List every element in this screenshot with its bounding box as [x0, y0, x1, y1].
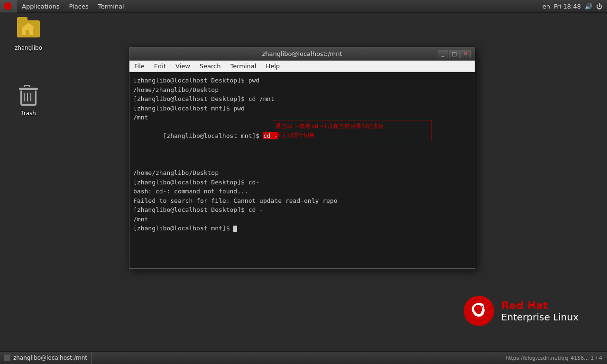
- power-icon[interactable]: ⏻: [596, 3, 602, 10]
- term-line-7: /home/zhanglibo/Desktop: [133, 168, 471, 178]
- terminal-menu-edit[interactable]: Edit: [149, 61, 171, 72]
- terminal-menu-help[interactable]: Help: [261, 61, 285, 72]
- term-line-10: Failed to search for file: Cannot update…: [133, 196, 471, 206]
- terminal-menu-file[interactable]: File: [129, 61, 149, 72]
- term-line-6: [zhanglibo@localhost mnt]$ cd - 通过cd ~-或…: [133, 122, 471, 169]
- bottombar-right: https://blog.csdn.net/qq_4156... 1 / 4: [506, 355, 607, 361]
- trash-handle: [24, 85, 30, 87]
- trash-icon: [17, 85, 40, 108]
- trash-lid: [19, 88, 38, 90]
- term-line-4: [zhanglibo@localhost mnt]$ pwd: [133, 104, 471, 113]
- term-line-11: [zhanglibo@localhost Desktop]$ cd -: [133, 205, 471, 215]
- redhat-red-text: Red Hat: [501, 300, 548, 311]
- taskbar-right: en Fri 18:48 🔊 ⏻: [543, 3, 607, 10]
- volume-icon[interactable]: 🔊: [585, 3, 592, 10]
- clock: Fri 18:48: [554, 3, 581, 10]
- folder-body: [17, 20, 40, 37]
- terminal-controls: _ □ ✕: [438, 50, 471, 58]
- terminal-window: zhanglibo@localhost:/mnt _ □ ✕ File Edit…: [129, 47, 475, 269]
- redhat-logo: [462, 294, 496, 328]
- redhat-branding: Red Hat Enterprise Linux: [462, 294, 579, 328]
- terminal-menu-view[interactable]: View: [171, 61, 195, 72]
- terminal-minimize-button[interactable]: _: [438, 50, 448, 58]
- term-line-3: [zhanglibo@localhost Desktop]$ cd /mnt: [133, 94, 471, 104]
- taskbar-places[interactable]: Places: [64, 0, 93, 13]
- bottombar-left: zhanglibo@localhost:/mnt: [0, 352, 92, 364]
- terminal-cursor: [233, 226, 237, 232]
- term-line-12: /mnt: [133, 215, 471, 224]
- desktop: zhanglibo Trash zhanglibo@localh: [0, 13, 607, 351]
- bottombar: zhanglibo@localhost:/mnt https://blog.cs…: [0, 351, 607, 364]
- terminal-menubar: File Edit View Search Terminal Help: [129, 61, 475, 72]
- terminal-titlebar: zhanglibo@localhost:/mnt _ □ ✕: [129, 47, 475, 61]
- desktop-icon-trash[interactable]: Trash: [7, 83, 50, 119]
- terminal-taskbar-icon: [4, 355, 10, 361]
- svg-point-1: [477, 307, 481, 312]
- locale-indicator: en: [543, 3, 550, 10]
- taskbar: Applications Places Terminal en Fri 18:4…: [0, 0, 607, 13]
- bottombar-url: https://blog.csdn.net/qq_4156... 1 / 4: [506, 355, 602, 361]
- terminal-body[interactable]: [zhanglibo@localhost Desktop]$ pwd /home…: [129, 72, 475, 268]
- redhat-sub-text: Enterprise Linux: [501, 311, 579, 323]
- taskbar-redhat[interactable]: [0, 0, 17, 13]
- folder-icon: [17, 19, 40, 42]
- redhat-text: Red Hat Enterprise Linux: [501, 300, 579, 323]
- bottombar-task-label: zhanglibo@localhost:/mnt: [13, 355, 87, 361]
- terminal-close-button[interactable]: ✕: [460, 50, 471, 58]
- term-line-2: /home/zhanglibo/Desktop: [133, 85, 471, 95]
- bottombar-task[interactable]: zhanglibo@localhost:/mnt: [0, 352, 92, 364]
- term-line-8: [zhanglibo@localhost Desktop]$ cd-: [133, 178, 471, 187]
- term-line-1: [zhanglibo@localhost Desktop]$ pwd: [133, 76, 471, 85]
- taskbar-left: Applications Places Terminal: [0, 0, 129, 13]
- trash-body: [20, 91, 37, 106]
- terminal-menu-terminal[interactable]: Terminal: [225, 61, 261, 72]
- annotation-text: 通过cd ~-或者 cd -可以在当前目录和过去目录之间进行切换: [275, 123, 384, 139]
- term-line-9: bash: cd-: command not found...: [133, 187, 471, 196]
- trash-icon-label: Trash: [19, 109, 37, 117]
- desktop-icon-home[interactable]: zhanglibo: [7, 18, 50, 54]
- terminal-maximize-button[interactable]: □: [449, 50, 460, 58]
- term-line-13: [zhanglibo@localhost mnt]$: [133, 224, 471, 233]
- taskbar-applications[interactable]: Applications: [17, 0, 64, 13]
- terminal-menu-search[interactable]: Search: [195, 61, 226, 72]
- terminal-title: zhanglibo@localhost:/mnt: [166, 50, 438, 57]
- taskbar-terminal[interactable]: Terminal: [93, 0, 129, 13]
- redhat-icon: [4, 2, 11, 10]
- home-icon-label: zhanglibo: [13, 44, 44, 52]
